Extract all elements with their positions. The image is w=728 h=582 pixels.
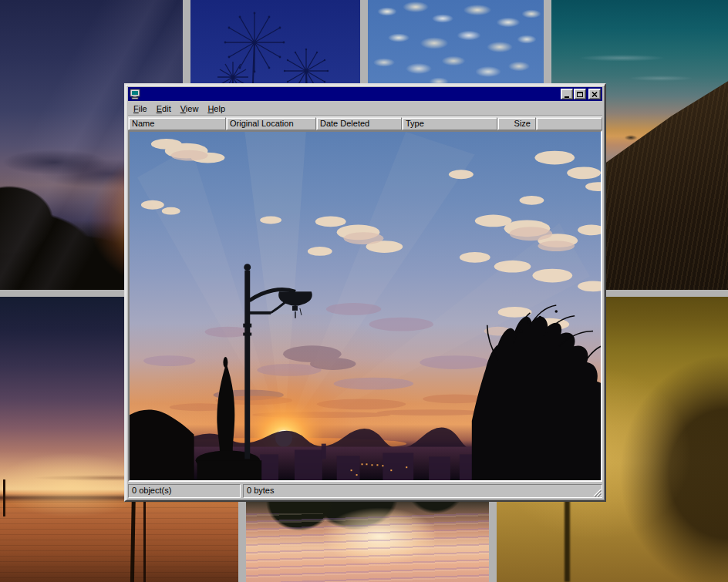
menu-file[interactable]: File: [129, 103, 152, 115]
computer-icon: [130, 89, 140, 99]
titlebar[interactable]: [128, 87, 602, 101]
sunset-street-lamp-photo: [130, 132, 601, 480]
maximize-button[interactable]: [574, 89, 586, 99]
water-ripples: [0, 496, 238, 582]
resize-grip[interactable]: [592, 487, 602, 497]
status-bar: 0 object(s) 0 bytes: [128, 484, 602, 498]
column-header-size[interactable]: Size: [497, 117, 536, 130]
menu-view[interactable]: View: [176, 103, 204, 115]
status-object-count: 0 object(s): [128, 484, 241, 498]
minimize-icon: [565, 96, 569, 98]
column-header-original-location[interactable]: Original Location: [226, 117, 316, 130]
file-list-area[interactable]: [128, 130, 602, 482]
water-ripples: [246, 513, 489, 582]
column-header-name[interactable]: Name: [128, 117, 226, 130]
column-header-type[interactable]: Type: [402, 117, 497, 130]
recycle-bin-window: File Edit View Help Name Original Locati…: [124, 83, 606, 502]
close-icon: [592, 92, 598, 97]
close-button[interactable]: [588, 89, 601, 99]
minimize-button[interactable]: [561, 89, 573, 99]
menu-help[interactable]: Help: [203, 103, 230, 115]
status-size: 0 bytes: [243, 484, 602, 498]
maximize-icon: [577, 92, 583, 97]
column-header-empty[interactable]: [536, 117, 602, 130]
menu-edit[interactable]: Edit: [152, 103, 176, 115]
column-header-date-deleted[interactable]: Date Deleted: [316, 117, 402, 130]
desktop-background: File Edit View Help Name Original Locati…: [0, 0, 728, 582]
column-headers: Name Original Location Date Deleted Type…: [128, 117, 602, 130]
menu-bar: File Edit View Help: [128, 101, 602, 116]
